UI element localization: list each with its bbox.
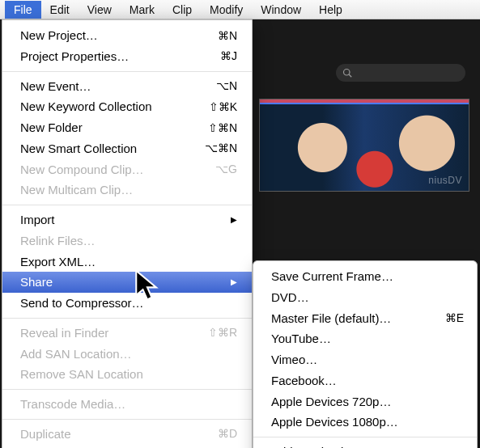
menu-item-label: Master File (default)… [271,310,391,328]
submenu-item-master-file[interactable]: Master File (default)… ⌘E [253,308,477,329]
thumbnail-watermark: niusDV [428,175,462,186]
file-menu: New Project… ⌘N Project Properties… ⌘J N… [2,19,253,448]
submenu-arrow-icon: ▶ [231,277,237,289]
menu-item-label: Import [20,211,55,229]
submenu-arrow-icon: ▶ [231,214,237,226]
menu-item-shortcut: ⇧⌘N [208,120,237,136]
menu-item-label: Vimeo… [271,351,317,369]
submenu-item-dvd[interactable]: DVD… [253,287,477,308]
menu-item-label: New Compound Clip… [20,161,144,179]
submenu-item-apple-720p[interactable]: Apple Devices 720p… [253,391,477,412]
menubar-file[interactable]: File [5,1,41,19]
menu-item-new-smart-collection[interactable]: New Smart Collection ⌥⌘N [2,138,252,159]
menu-item-label: YouTube… [271,330,331,348]
menu-item-reveal-in-finder: Reveal in Finder ⇧⌘R [2,323,252,344]
menu-item-share[interactable]: Share ▶ [2,272,252,293]
menu-item-new-keyword-collection[interactable]: New Keyword Collection ⇧⌘K [2,96,252,117]
menu-item-new-compound-clip: New Compound Clip… ⌥G [2,159,252,180]
menu-item-shortcut: ⌥⌘N [205,140,237,156]
menu-item-label: New Folder [20,119,83,137]
menu-item-shortcut: ⌥N [216,78,237,94]
menu-item-label: Apple Devices 720p… [271,393,391,411]
menu-item-label: Add Destination… [271,443,369,448]
menu-item-label: Relink Files… [20,232,96,250]
menu-item-label: Apple Devices 1080p… [271,413,398,431]
menu-item-new-multicam-clip: New Multicam Clip… [2,180,252,201]
menubar: File Edit View Mark Clip Modify Window H… [0,0,480,19]
menu-item-duplicate: Duplicate ⌘D [2,424,252,445]
submenu-item-save-current-frame[interactable]: Save Current Frame… [253,266,477,287]
menu-item-label: New Smart Collection [20,140,137,158]
menu-item-add-san-location: Add SAN Location… [2,344,252,365]
submenu-item-youtube[interactable]: YouTube… [253,328,477,349]
menu-item-label: Share [20,273,53,291]
menu-item-shortcut: ⌘J [220,48,237,64]
menu-separator [2,318,252,319]
menubar-mark[interactable]: Mark [121,1,164,19]
menu-item-shortcut: ⌘E [445,310,464,326]
svg-line-1 [349,74,351,77]
menu-separator [2,389,252,390]
search-icon [342,68,352,78]
menu-item-label: Reveal in Finder [20,324,108,342]
menu-item-export-xml[interactable]: Export XML… [2,251,252,273]
menu-separator [2,71,252,72]
search-input[interactable] [336,64,465,82]
menu-item-label: Duplicate [20,425,71,443]
menubar-clip[interactable]: Clip [164,1,201,19]
menu-item-shortcut: ⇧⌘K [209,99,237,115]
menu-item-label: Send to Compressor… [20,294,144,312]
menu-item-new-event[interactable]: New Event… ⌥N [2,76,252,97]
menu-item-relink-files: Relink Files… [2,230,252,251]
menu-item-label: Export XML… [20,253,96,271]
submenu-item-apple-1080p[interactable]: Apple Devices 1080p… [253,412,477,433]
menubar-window[interactable]: Window [252,1,310,19]
menu-separator [253,437,477,437]
menu-item-label: DVD… [271,289,309,306]
share-submenu: Save Current Frame… DVD… Master File (de… [253,260,478,448]
menu-item-shortcut: ⇧⌘R [208,324,237,340]
menu-item-project-properties[interactable]: Project Properties… ⌘J [2,46,252,67]
menu-item-label: New Multicam Clip… [20,181,133,199]
menu-item-label: Add SAN Location… [20,345,132,363]
menubar-view[interactable]: View [79,1,121,19]
menu-separator [2,419,252,420]
menubar-help[interactable]: Help [310,1,351,19]
menu-item-label: New Project… [20,27,98,44]
menu-item-shortcut: ⌘D [218,425,237,442]
menu-item-shortcut: ⌥G [215,161,237,177]
menu-item-label: Transcode Media… [20,395,125,413]
menu-item-label: Save Current Frame… [271,268,393,285]
menu-item-transcode-media: Transcode Media… [2,394,252,415]
menu-item-label: Project Properties… [20,48,129,66]
menu-item-label: Remove SAN Location [20,366,143,383]
svg-point-0 [344,70,350,76]
menu-item-move-event: Move Event… [2,445,252,449]
menu-item-label: New Keyword Collection [20,98,152,116]
menu-separator [2,205,252,205]
menubar-modify[interactable]: Modify [201,1,252,19]
menu-item-new-folder[interactable]: New Folder ⇧⌘N [2,117,252,138]
menu-item-label: Facebook… [271,372,337,390]
submenu-item-facebook[interactable]: Facebook… [253,370,477,391]
menu-item-shortcut: ⌘N [218,27,237,44]
menu-item-send-to-compressor[interactable]: Send to Compressor… [2,293,252,314]
menu-item-label: New Event… [20,78,91,95]
submenu-item-add-destination[interactable]: Add Destination… [253,442,477,448]
menu-item-remove-san-location: Remove SAN Location [2,364,252,385]
menubar-edit[interactable]: Edit [41,1,79,19]
menu-item-import[interactable]: Import ▶ [2,209,252,230]
video-thumbnail[interactable]: niusDV [259,99,469,192]
submenu-item-vimeo[interactable]: Vimeo… [253,349,477,370]
menu-item-new-project[interactable]: New Project… ⌘N [2,25,252,46]
